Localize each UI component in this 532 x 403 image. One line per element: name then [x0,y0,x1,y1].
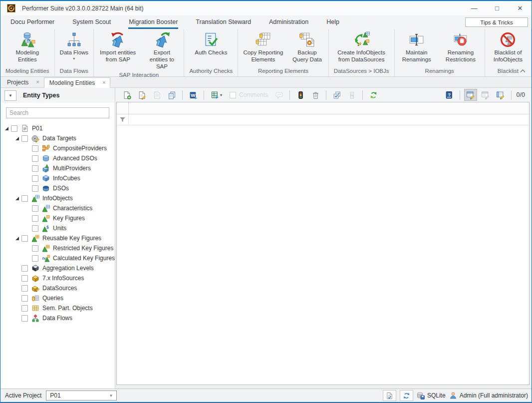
tree-expander[interactable] [13,237,20,240]
menu-item-migration-booster[interactable]: Migration Booster [128,16,178,29]
tree-checkbox[interactable] [21,315,28,322]
menu-item-system-scout[interactable]: System Scout [72,16,111,29]
close-button[interactable]: ✕ [509,1,532,15]
toolbar-button-edit-mode[interactable] [464,89,477,101]
tree-item-advanced-dsos[interactable]: Advanced DSOs [0,153,115,163]
toolbar-button-check-entries[interactable] [330,89,343,101]
ribbon-button-backup-query-data[interactable]: Backup Query Data [287,29,327,63]
ribbon-collapse-chevron-up-icon[interactable] [520,69,526,73]
tree-item-data-targets[interactable]: Data Targets [0,133,115,143]
ribbon-button-copy-reporting-elements[interactable]: Copy Reporting Elements [239,29,287,63]
tree-item-label: 7.x InfoSources [42,275,84,282]
toolbar-button-delete[interactable] [309,89,322,101]
tree-checkbox[interactable] [21,305,28,312]
tree-checkbox[interactable] [32,175,38,182]
backup-query-icon [299,31,315,48]
tree-checkbox[interactable] [32,205,38,212]
sync-icon [403,392,410,400]
tree-checkbox[interactable] [32,255,38,262]
toolbar-button-word-export[interactable]: W [187,89,200,101]
ribbon-group-authority-checks: Auth ChecksAuthority Checks [184,29,238,76]
tree-item-multiproviders[interactable]: MultiProviders [0,163,115,173]
active-project-combobox[interactable]: P01 ▼ [46,391,117,401]
tree-item-reusable-key-figures[interactable]: Reusable Key Figures [0,233,115,243]
tree-item-sem-part-objects[interactable]: Sem. Part. Objects [0,303,115,313]
toolbar-button-edit-mode-alt[interactable] [494,89,507,101]
sync-button[interactable] [400,390,413,401]
tab-close-icon[interactable]: × [36,79,39,85]
tree-item-key-figures[interactable]: Key Figures [0,213,115,223]
tree-checkbox[interactable] [21,195,28,202]
tree-expander[interactable] [3,127,10,130]
tree-item-infoobjects[interactable]: InfoObjects [0,193,115,203]
grid-filter-cell[interactable] [117,114,129,125]
tree-checkbox[interactable] [21,135,28,142]
minimize-button[interactable]: — [463,1,486,15]
tree-checkbox[interactable] [32,145,38,152]
tree-checkbox[interactable] [32,215,38,222]
tips-and-tricks-button[interactable]: Tips & Tricks [465,17,528,27]
ribbon-button-auth-checks[interactable]: Auth Checks [192,29,230,56]
tree-checkbox[interactable] [32,245,38,252]
tree-checkbox[interactable] [32,155,38,162]
ribbon-button-export-entities-to-sap[interactable]: Export entities to SAP [141,29,183,70]
tab-projects[interactable]: Projects× [1,77,44,87]
tree-checkbox[interactable] [21,285,28,292]
toolbar-button-new-document[interactable] [120,89,133,101]
toolbar-comments-toggle[interactable]: Comments [230,91,268,98]
tree-item-label: InfoCubes [53,175,80,182]
tree-checkbox[interactable] [11,125,17,132]
document-status-button[interactable] [383,390,396,401]
menu-item-administration[interactable]: Administration [268,16,309,29]
toolbar-button-copy-document[interactable] [165,89,178,101]
toolbar-button-edit-document[interactable] [135,89,148,101]
toolbar-button-excel-export[interactable]: ▾ [208,89,225,101]
grid-filter-input-cell[interactable] [129,114,529,125]
tree-item-dsos[interactable]: DSOs [0,183,115,193]
tree-checkbox[interactable] [21,295,28,302]
ribbon-button-import-entities-from-sap[interactable]: Import entities from SAP [95,29,141,63]
ribbon-button-blacklist-of-infoobjects[interactable]: Blacklist of InfoObjects [486,29,530,63]
panel-dropdown-button[interactable]: ▼ [4,90,16,101]
tree-item-queries[interactable]: Queries [0,293,115,303]
tree-item-infocubes[interactable]: InfoCubes [0,173,115,183]
tree-item-data-flows[interactable]: Data Flows [0,313,115,323]
menu-item-help[interactable]: Help [326,16,340,29]
toolbar-button-edit-mode-secondary [479,89,492,101]
tree-checkbox[interactable] [32,185,38,192]
tree-item-calculated-key-figures[interactable]: fxCalculated Key Figures [0,253,115,263]
ribbon-button-modeling-entities[interactable]: fxModeling Entities [3,29,51,63]
tree-item-p01[interactable]: P01 [0,123,115,133]
toolbar-button-help[interactable]: ? [443,89,456,101]
tree-item-label: MultiProviders [53,165,91,172]
tree-item-compositeproviders[interactable]: CompositeProviders [0,143,115,153]
tree-item-datasources[interactable]: DataSources [0,283,115,293]
menu-item-docu-performer[interactable]: Docu Performer [10,16,55,29]
tree-checkbox[interactable] [21,265,28,272]
grid-header-indicator-cell[interactable] [117,102,129,114]
menu-item-translation-steward[interactable]: Translation Steward [195,16,252,29]
ribbon-button-renaming-restrictions[interactable]: Renaming Restrictions [438,29,484,63]
search-input[interactable] [6,107,109,118]
tree-expander[interactable] [13,197,20,200]
tree-checkbox[interactable] [32,225,38,232]
chevron-down-icon[interactable]: ▾ [220,93,222,97]
tree-item-restricted-key-figures[interactable]: Restricted Key Figures [0,243,115,253]
tree-item-units[interactable]: $Units [0,223,115,233]
tree-item-characteristics[interactable]: Characteristics [0,203,115,213]
tree-item-aggregation-levels[interactable]: Aggregation Levels [0,263,115,273]
comments-toggle-checkbox[interactable] [230,92,236,98]
toolbar-button-refresh[interactable] [367,89,380,101]
toolbar-button-status-traffic-light[interactable] [294,89,307,101]
tab-close-icon[interactable]: × [102,80,105,85]
tree-checkbox[interactable] [21,275,28,282]
ribbon-button-maintain-renamings[interactable]: Maintain Renamings [396,29,438,63]
tree-checkbox[interactable] [32,165,38,172]
tree-item-7-x-infosources[interactable]: 7.x InfoSources [0,273,115,283]
tree-expander[interactable] [13,137,20,140]
ribbon-button-create-infoobjects-from-datasources[interactable]: Create InfoObjects from DataSources [330,29,393,63]
grid-header-cell[interactable] [129,102,529,114]
tree-checkbox[interactable] [21,235,28,242]
maximize-button[interactable]: □ [486,1,509,15]
ribbon-button-data-flows[interactable]: Data Flows▾ [57,29,92,61]
